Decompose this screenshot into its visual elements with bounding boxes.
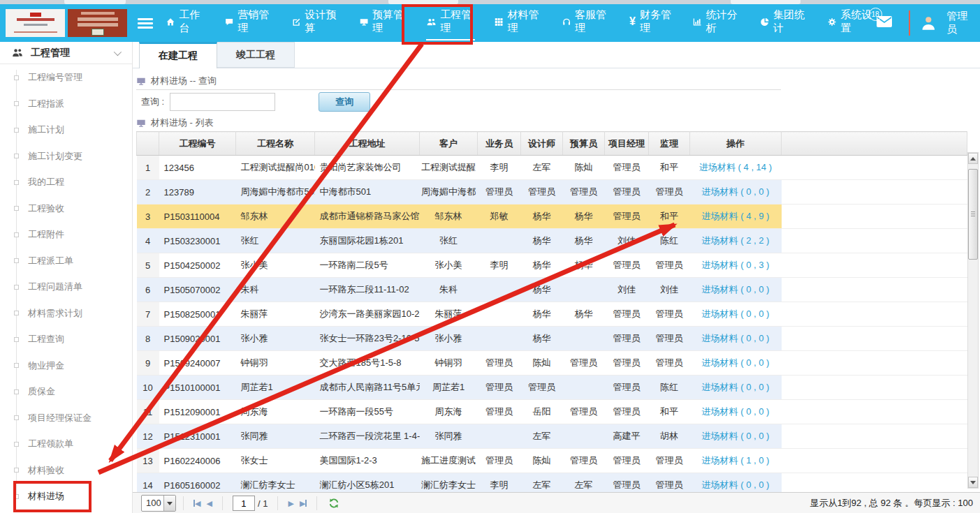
col-designer[interactable]: 设计师: [521, 132, 563, 156]
col-supervisor[interactable]: 监理: [649, 132, 690, 156]
sidebar-item[interactable]: 材料进场: [0, 483, 132, 510]
enter-material-link[interactable]: 进场材料 ( 0 , 0 ): [702, 479, 770, 490]
avatar[interactable]: [921, 12, 937, 34]
page-size-select[interactable]: 100: [141, 495, 176, 512]
enter-material-link[interactable]: 进场材料 ( 0 , 0 ): [702, 382, 770, 392]
prev-page-button[interactable]: ◀: [206, 499, 212, 508]
enter-material-link[interactable]: 进场材料 ( 0 , 0 ): [702, 284, 770, 295]
first-page-button[interactable]: ◀: [193, 499, 200, 508]
table-row[interactable]: 11 P1512090001 周东海 一环路南一段55号 周东海 管理员 岳阳 …: [137, 400, 967, 424]
col-salesperson[interactable]: 业务员: [478, 132, 521, 156]
sidebar-item[interactable]: 质保金: [0, 378, 132, 405]
enter-material-link[interactable]: 进场材料 ( 1 , 0 ): [702, 455, 770, 466]
table-row[interactable]: 14 P1605160002 澜汇纺李女士 澜汇纺小区5栋201 澜汇纺李女士 …: [137, 473, 967, 493]
tree-node-icon: [14, 128, 19, 133]
sidebar-item[interactable]: 我的工程: [0, 169, 132, 195]
col-customer[interactable]: 客户: [420, 132, 478, 156]
nav-item-material[interactable]: 材料管理: [494, 6, 542, 40]
refresh-button[interactable]: [328, 498, 339, 509]
table-row[interactable]: 8 P1509020001 张小雅 张女士一环路23号2-10-5 张小雅 杨华…: [137, 327, 967, 351]
vertical-scrollbar[interactable]: [967, 152, 979, 489]
sidebar-item[interactable]: 施工计划: [0, 117, 132, 143]
enter-material-link[interactable]: 进场材料 ( 2 , 2 ): [702, 235, 770, 246]
edit-icon: [292, 17, 300, 27]
nav-item-design-budget[interactable]: 设计预算: [291, 6, 339, 40]
cell-project-name: 工程测试提醒尚0101: [236, 156, 315, 180]
sidebar-item[interactable]: 工程附件: [0, 221, 132, 248]
sidebar-item-label: 工程附件: [28, 229, 64, 239]
table-row[interactable]: 6 P1505070002 朱科 一环路东二段11-11-02 朱科 杨华 刘佳…: [137, 278, 967, 302]
tree-node-icon: [14, 75, 19, 80]
cell-customer: 张小美: [420, 253, 478, 278]
cell-filler: [782, 424, 967, 449]
enter-material-link[interactable]: 进场材料 ( 0 , 0 ): [702, 186, 770, 197]
user-menu[interactable]: 管理员: [946, 10, 970, 36]
scrollbar-thumb[interactable]: [968, 169, 978, 260]
sidebar-item[interactable]: 工程问题清单: [0, 274, 132, 300]
enter-material-link[interactable]: 进场材料 ( 0 , 0 ): [702, 431, 770, 441]
enter-material-link[interactable]: 进场材料 ( 0 , 0 ): [702, 333, 770, 343]
scroll-down-icon[interactable]: [968, 477, 978, 488]
cell-supervisor: 管理员: [649, 449, 690, 473]
table-row[interactable]: 7 P1508250001 朱丽萍 沙湾东一路美丽家园10-2- 朱丽萍 杨华 …: [137, 302, 967, 327]
enter-material-link[interactable]: 进场材料 ( 4 , 9 ): [702, 211, 770, 221]
enter-material-link[interactable]: 进场材料 ( 4 , 14 ): [699, 162, 772, 172]
nav-item-project[interactable]: 工程管理: [426, 6, 475, 40]
tab-in-progress[interactable]: 在建工程: [139, 42, 217, 68]
sidebar-item[interactable]: 工程领款单: [0, 431, 132, 457]
scroll-up-icon[interactable]: [968, 153, 978, 164]
col-budgeter[interactable]: 预算员: [563, 132, 605, 156]
mail-button[interactable]: 18: [876, 15, 893, 31]
col-project-name[interactable]: 工程名称: [236, 132, 315, 156]
cell-action: 进场材料 ( 0 , 0 ): [690, 351, 782, 376]
cell-designer: 岳阳: [521, 400, 563, 424]
nav-item-stats[interactable]: 统计分析: [692, 6, 740, 40]
table-row[interactable]: 1 123456 工程测试提醒尚0101 贵阳尚艺家装饰公司 工程测试提醒 李明…: [137, 156, 967, 180]
table-row[interactable]: 4 P1503230001 张红 东丽国际花园1栋201 张红 杨华 杨华 刘佳…: [137, 229, 967, 253]
nav-item-budget[interactable]: 预算管理: [359, 6, 407, 40]
sidebar-item[interactable]: 工程查询: [0, 326, 132, 352]
last-page-button[interactable]: ▶: [300, 499, 307, 508]
sidebar-item[interactable]: 工程验收: [0, 195, 132, 222]
sidebar-item[interactable]: 材料需求计划: [0, 300, 132, 327]
cell-supervisor: 和平: [649, 400, 690, 424]
col-actions[interactable]: 操作: [690, 132, 782, 156]
nav-item-workbench[interactable]: 工作台: [166, 6, 205, 40]
table-row[interactable]: 5 P1504250002 张小美 一环路南二段5号 张小美 李明 杨华 杨华 …: [137, 253, 967, 278]
page-number-input[interactable]: [233, 496, 255, 511]
nav-item-marketing[interactable]: 营销管理: [224, 6, 272, 40]
tab-completed[interactable]: 竣工工程: [217, 42, 295, 68]
nav-item-finance[interactable]: ¥ 财务管理: [629, 6, 673, 40]
enter-material-link[interactable]: 进场材料 ( 0 , 0 ): [702, 357, 770, 368]
sidebar-item-label: 物业押金: [28, 360, 64, 371]
table-row[interactable]: 3 P1503110004 邹东林 成都市通锦桥路马家公馆2 邹东林 郑敏 杨华…: [137, 205, 967, 229]
enter-material-link[interactable]: 进场材料 ( 0 , 0 ): [702, 406, 770, 417]
sidebar-item[interactable]: 项目经理保证金: [0, 405, 132, 431]
sidebar-item[interactable]: 工程派工单: [0, 248, 132, 274]
col-project-manager[interactable]: 项目经理: [605, 132, 649, 156]
search-input[interactable]: [170, 93, 275, 111]
search-button[interactable]: 查询: [319, 92, 370, 112]
col-project-address[interactable]: 工程地址: [315, 132, 420, 156]
sidebar-item[interactable]: 工程编号管理: [0, 64, 132, 91]
sidebar-header-project-mgmt[interactable]: 工程管理: [0, 42, 132, 64]
sidebar-item[interactable]: 材料验收: [0, 457, 132, 484]
sidebar-item[interactable]: 施工计划变更: [0, 143, 132, 170]
enter-material-link[interactable]: 进场材料 ( 0 , 3 ): [702, 260, 770, 270]
sidebar-item[interactable]: 工程指派: [0, 91, 132, 117]
table-row[interactable]: 13 P1602240006 张女士 美国国际1-2-3 施工进度测试 管理员 …: [137, 449, 967, 473]
enter-material-link[interactable]: 进场材料 ( 0 , 0 ): [702, 308, 770, 319]
col-project-code[interactable]: 工程编号: [159, 132, 236, 156]
table-row[interactable]: 12 P1512310001 张同雅 二环路西一段浣花里 1-4- 张同雅 左军…: [137, 424, 967, 449]
cell-project-address: 东丽国际花园1栋201: [315, 229, 420, 253]
table-row[interactable]: 10 P1510100001 周芷若1 成都市人民南路11号5单元 周芷若1 管…: [137, 376, 967, 400]
menu-toggle-icon[interactable]: [138, 16, 153, 31]
nav-item-group-stats[interactable]: 集团统计: [760, 6, 808, 40]
nav-item-service[interactable]: 客服管理: [562, 6, 610, 40]
sidebar-item[interactable]: 物业押金: [0, 352, 132, 379]
nav-item-settings[interactable]: 系统设置: [827, 6, 875, 40]
cell-row-number: 5: [137, 253, 159, 278]
table-row[interactable]: 2 123789 周海媚中海都市501 中海都市501 周海媚中海都 管理员 管…: [137, 180, 967, 205]
table-row[interactable]: 9 P1509240007 钟铜羽 交大路西185号1-5-8 钟铜羽 管理员 …: [137, 351, 967, 376]
next-page-button[interactable]: ▶: [288, 499, 293, 508]
